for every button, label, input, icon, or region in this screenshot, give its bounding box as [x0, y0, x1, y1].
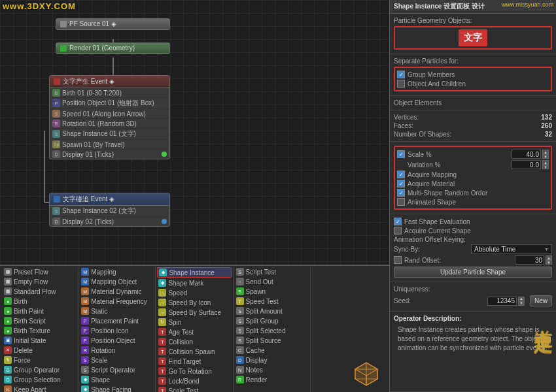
rp-fast-shape-cb[interactable]: ✓	[394, 218, 402, 225]
ti-force[interactable]: ↯Force	[3, 355, 77, 365]
ti-script-test[interactable]: SScript Test	[235, 267, 309, 276]
ti-scale-test[interactable]: TScale Test	[157, 386, 231, 392]
ti-send-out[interactable]: →Send Out	[235, 277, 309, 286]
rp-variation-spinner[interactable]: ▲ ▼	[512, 160, 549, 169]
rp-seed-spinner[interactable]: ▲ ▼	[487, 297, 525, 306]
ti-cache[interactable]: CCache	[235, 346, 309, 355]
pf-source-node[interactable]: PF Source 01 ◈	[56, 18, 170, 30]
rp-obj-children-row[interactable]: Object And Children	[397, 79, 549, 88]
rp-scale-cb[interactable]: ✓	[397, 150, 405, 158]
rp-group-members-cb[interactable]: ✓	[397, 71, 405, 78]
row-birth[interactable]: B Birth 01 (0-30 T:200)	[50, 88, 169, 98]
ti-birth-texture[interactable]: ●Birth Texture	[3, 326, 77, 335]
rp-acquire-current-row[interactable]: Acquire Current Shape	[394, 226, 552, 235]
render-node[interactable]: Render 01 (Geometry)	[56, 42, 170, 54]
rp-seed-input[interactable]	[487, 297, 517, 306]
rp-scale-input[interactable]	[512, 150, 541, 159]
ti-mat-freq[interactable]: MMaterial Frequency	[80, 297, 154, 306]
rp-multi-shape-row[interactable]: ✓ Multi-Shape Random Order	[397, 188, 549, 197]
ti-pos-obj[interactable]: PPosition Object	[80, 336, 154, 345]
rp-rand-offset-cb[interactable]	[394, 256, 402, 264]
rp-obj-children-cb[interactable]	[397, 80, 405, 88]
ti-group-sel[interactable]: GGroup Selection	[3, 375, 77, 384]
ti-place-paint[interactable]: PPlacement Paint	[80, 316, 154, 325]
rp-rand-offset-spinner[interactable]: ▲ ▼	[515, 255, 552, 265]
ti-group-op[interactable]: GGroup Operator	[3, 365, 77, 374]
rp-sync-dropdown[interactable]: Absolute Time	[471, 244, 552, 254]
ti-empty-flow[interactable]: ▦Empty Flow	[3, 277, 77, 286]
rp-acquire-mapping-row[interactable]: ✓ Acquire Mapping	[397, 170, 549, 179]
ti-mat-dyn[interactable]: MMaterial Dynamic	[80, 287, 154, 296]
rp-acq-map-cb[interactable]: ✓	[397, 171, 405, 178]
row-shape-instance[interactable]: S Shape Instance 01 (文字)	[50, 129, 169, 140]
row-speed[interactable]: S Speed 01 (Along Icon Arrow)	[50, 109, 169, 119]
rp-variation-down[interactable]: ▼	[542, 165, 549, 169]
row-position[interactable]: P Position Object 01 (炮射器 Box)	[50, 98, 169, 109]
row-display2[interactable]: D Display 02 (Ticks)	[50, 217, 169, 226]
row-shape2[interactable]: S Shape Instance 02 (文字)	[50, 206, 169, 217]
ti-split-group[interactable]: SSplit Group	[235, 316, 309, 325]
ti-script-op[interactable]: SScript Operator	[80, 365, 154, 374]
ti-speed-surface[interactable]: →Speed By Surface	[157, 308, 231, 317]
ti-shape[interactable]: ◆Shape	[80, 375, 154, 384]
rp-scale-up[interactable]: ▲	[542, 150, 549, 154]
ti-spin[interactable]: ↻Spin	[157, 318, 231, 327]
rp-animated-shape-cb[interactable]	[397, 198, 405, 206]
rp-animated-shape-row[interactable]: Animated Shape	[397, 197, 549, 206]
ti-birth-script[interactable]: ●Birth Script	[3, 316, 77, 325]
ti-shape-facing[interactable]: ◆Shape Facing	[80, 385, 154, 392]
rp-variation-spin-btns[interactable]: ▲ ▼	[542, 160, 549, 169]
rp-geo-outlined[interactable]: 文字	[394, 26, 552, 50]
ti-speed-icon[interactable]: →Speed By Icon	[157, 298, 231, 307]
ti-collision[interactable]: TCollision	[157, 337, 231, 346]
rp-seed-spin-btns[interactable]: ▲ ▼	[518, 297, 525, 306]
ti-shape-instance[interactable]: ◆Shape Instance	[157, 267, 231, 278]
main-event-node[interactable]: 文字产生 Event ◈ B Birth 01 (0-30 T:200) P P…	[49, 75, 170, 159]
ti-lock-bond[interactable]: TLock/Bond	[157, 376, 231, 385]
second-event-node[interactable]: 文字碰追 Event ◈ S Shape Instance 02 (文字) D …	[49, 193, 170, 227]
ti-col-spawn[interactable]: TCollision Spawn	[157, 347, 231, 356]
ti-pos-icon[interactable]: PPosition Icon	[80, 326, 154, 335]
ti-preset-flow[interactable]: ▦Preset Flow	[3, 267, 77, 276]
rp-rand-offset-up[interactable]: ▲	[546, 255, 552, 260]
rp-scale-down[interactable]: ▼	[542, 154, 549, 159]
ti-display[interactable]: DDisplay	[235, 355, 309, 365]
rp-acq-mat-cb[interactable]: ✓	[397, 180, 405, 188]
rp-acq-cur-cb[interactable]	[394, 227, 402, 235]
rp-new-btn[interactable]: New	[530, 295, 552, 306]
row-display[interactable]: D Display 01 (Ticks)	[50, 150, 169, 159]
rp-update-btn[interactable]: Update Particle Shape	[394, 267, 552, 278]
ti-split-sel[interactable]: SSplit Selected	[235, 326, 309, 335]
rp-seed-down[interactable]: ▼	[518, 301, 525, 306]
ti-birth-paint[interactable]: ●Birth Paint	[3, 306, 77, 316]
rp-scale-spin-btns[interactable]: ▲ ▼	[542, 150, 549, 159]
ti-goto-rot[interactable]: TGo To Rotation	[157, 367, 231, 376]
ti-speed[interactable]: →Speed	[157, 288, 231, 297]
rp-scale-spinner[interactable]: ▲ ▼	[512, 150, 549, 159]
row-rotation[interactable]: R Rotation 01 (Random 3D)	[50, 119, 169, 129]
ti-shape-mark[interactable]: ◆Shape Mark	[157, 278, 231, 287]
ti-speed-test[interactable]: TSpeed Test	[235, 297, 309, 306]
ti-mapping[interactable]: MMapping	[80, 267, 154, 276]
ti-scale[interactable]: SScale	[80, 355, 154, 365]
ti-render[interactable]: RRender	[235, 375, 309, 384]
rp-multi-shape-cb[interactable]: ✓	[397, 189, 405, 197]
ti-find-target[interactable]: TFind Target	[157, 357, 231, 366]
ti-age-test[interactable]: TAge Test	[157, 327, 231, 336]
ti-mat-static[interactable]: MStatic	[80, 306, 154, 316]
ti-split-amt[interactable]: SSplit Amount	[235, 306, 309, 316]
row-spawn[interactable]: Sp Spawn 01 (By Travel)	[50, 140, 169, 150]
rp-acquire-material-row[interactable]: ✓ Acquire Material	[397, 179, 549, 188]
rp-seed-up[interactable]: ▲	[518, 297, 525, 301]
rp-fast-shape-row[interactable]: ✓ Fast Shape Evaluation	[394, 217, 552, 226]
ti-standard-flow[interactable]: ▦Standard Flow	[3, 287, 77, 296]
ti-keep-apart[interactable]: KKeep Apart	[3, 385, 77, 392]
ti-spawn[interactable]: SSpawn	[235, 287, 309, 296]
ti-split-src[interactable]: SSplit Source	[235, 336, 309, 345]
ti-delete[interactable]: ✕Delete	[3, 346, 77, 355]
rp-group-members-row[interactable]: ✓ Group Members	[397, 70, 549, 79]
ti-notes[interactable]: NNotes	[235, 365, 309, 374]
ti-rotation[interactable]: RRotation	[80, 346, 154, 355]
rp-variation-input[interactable]	[512, 160, 541, 169]
rp-rand-offset-down[interactable]: ▼	[546, 260, 552, 265]
